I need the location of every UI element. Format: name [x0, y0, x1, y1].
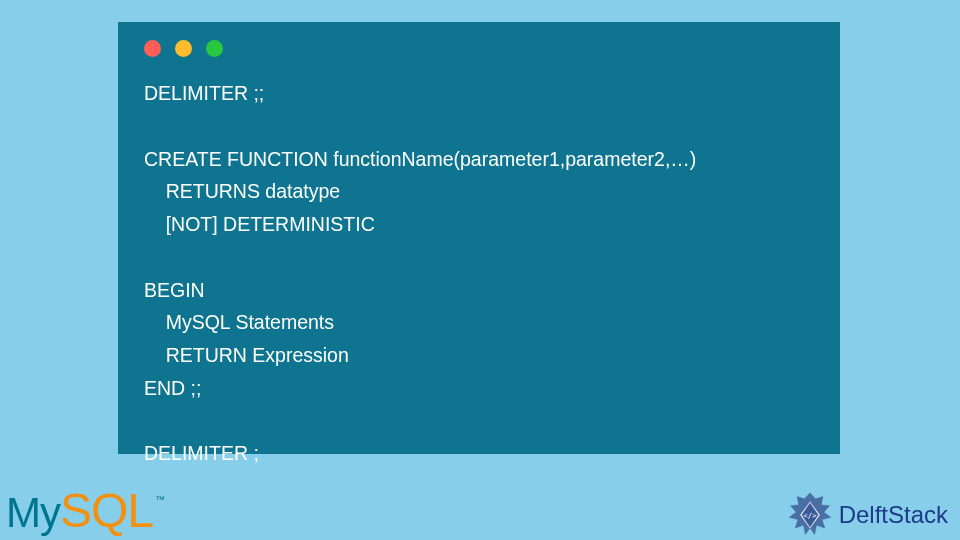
mysql-logo: MySQL™ [6, 483, 165, 538]
window-controls [144, 40, 814, 57]
close-icon [144, 40, 161, 57]
code-line: BEGIN [144, 279, 205, 301]
code-editor-window: DELIMITER ;; CREATE FUNCTION functionNam… [118, 22, 840, 454]
code-block: DELIMITER ;; CREATE FUNCTION functionNam… [144, 77, 814, 470]
delftstack-logo: </> DelftStack [787, 492, 948, 538]
code-line: CREATE FUNCTION functionName(parameter1,… [144, 148, 696, 170]
mysql-logo-my: My [6, 489, 60, 537]
minimize-icon [175, 40, 192, 57]
svg-text:</>: </> [803, 511, 817, 520]
code-line: END ;; [144, 377, 201, 399]
footer-logos: MySQL™ </> DelftStack [0, 478, 960, 540]
mysql-logo-tm: ™ [155, 494, 165, 505]
code-line: MySQL Statements [144, 311, 334, 333]
mysql-logo-sql: SQL [60, 483, 153, 538]
delftstack-label: DelftStack [839, 501, 948, 529]
code-line: DELIMITER ;; [144, 82, 264, 104]
code-line: RETURN Expression [144, 344, 349, 366]
code-line: RETURNS datatype [144, 180, 340, 202]
maximize-icon [206, 40, 223, 57]
delftstack-icon: </> [787, 492, 833, 538]
code-line: [NOT] DETERMINISTIC [144, 213, 375, 235]
code-line: DELIMITER ; [144, 442, 259, 464]
